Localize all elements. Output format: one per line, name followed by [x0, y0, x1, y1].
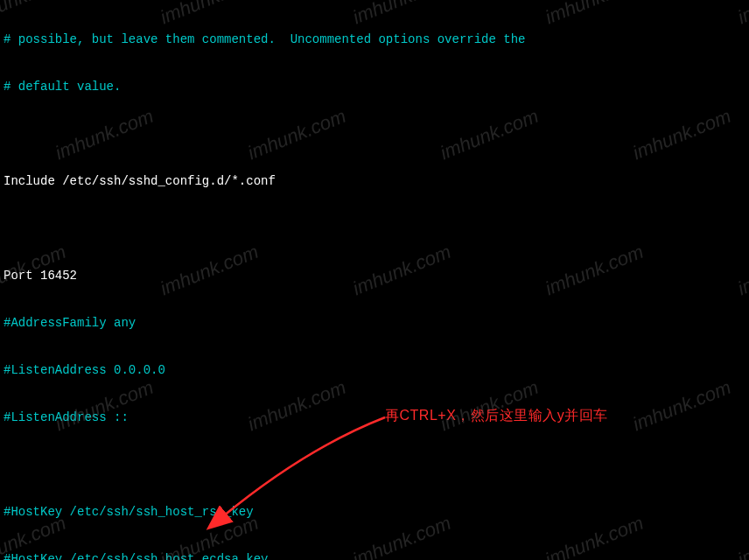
- config-line: #ListenAddress 0.0.0.0: [4, 362, 746, 378]
- config-line: # default value.: [4, 79, 746, 94]
- config-line: #HostKey /etc/ssh/ssh_host_rsa_key: [4, 504, 746, 520]
- nano-editor-content: # possible, but leave them commented. Un…: [0, 0, 749, 560]
- blank-line: [4, 457, 746, 472]
- config-line: #HostKey /etc/ssh/ssh_host_ecdsa_key: [4, 551, 746, 560]
- config-line: #ListenAddress ::: [4, 410, 746, 425]
- blank-line: [4, 220, 746, 236]
- instruction-annotation: 再CTRL+X，然后这里输入y并回车: [385, 408, 608, 424]
- config-line: # possible, but leave them commented. Un…: [4, 32, 746, 47]
- config-line: Include /etc/ssh/sshd_config.d/*.conf: [4, 173, 746, 189]
- config-line: #AddressFamily any: [4, 315, 746, 331]
- config-line: Port 16452: [4, 268, 746, 284]
- blank-line: [4, 126, 746, 142]
